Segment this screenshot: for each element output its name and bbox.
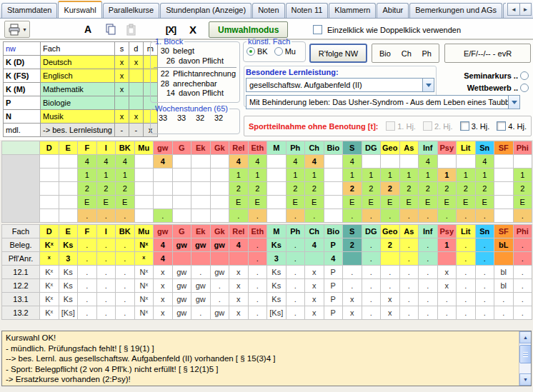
offer-cell-As[interactable]: E [399, 196, 419, 209]
choice-cell-G[interactable]: gw [172, 266, 191, 279]
choice-cell-Eth[interactable]: . [248, 266, 267, 279]
copy-button[interactable] [103, 21, 119, 38]
choice-cell-E[interactable]: 3 [59, 252, 78, 266]
choice-cell-S[interactable]: . [343, 266, 362, 279]
offer-cell-SF[interactable] [494, 209, 514, 223]
choice-cell-Phi[interactable]: . [513, 266, 532, 279]
choice-cell-As[interactable]: . [399, 306, 419, 320]
subject-name-cell[interactable]: -> bes. Lernleistung [41, 124, 115, 137]
nw-order-ch[interactable]: Ch [402, 49, 412, 58]
choice-cell-D[interactable]: Kˣ [40, 293, 59, 306]
choice-cell-Ch[interactable]: x [305, 266, 324, 279]
choice-cell-M[interactable]: Ks [267, 266, 287, 279]
subject-flag-s[interactable]: x [114, 69, 129, 83]
choice-cell-Bio[interactable]: P [324, 293, 343, 306]
choice-cell-Bio[interactable]: 4 [324, 252, 343, 266]
choice-cell-DG[interactable]: . [362, 293, 381, 306]
choice-cell-gw[interactable]: x [154, 293, 173, 306]
offer-cell-Lit[interactable] [457, 155, 476, 169]
subject-flag-d[interactable] [129, 83, 143, 96]
offer-cell-G[interactable] [172, 169, 191, 182]
offer-cell-I[interactable]: . [96, 209, 116, 223]
tab-noten-11[interactable]: Noten 11 [286, 3, 329, 18]
einzelklick-checkbox[interactable] [313, 25, 322, 34]
offer-cell-D[interactable] [40, 155, 59, 169]
choice-cell-BK[interactable]: . [116, 238, 135, 252]
offer-cell-Geo[interactable]: E [381, 196, 400, 209]
offer-cell-D[interactable] [40, 182, 59, 196]
delete-button[interactable]: X [186, 21, 200, 38]
choice-cell-Ph[interactable]: . [286, 266, 305, 279]
choice-cell-Sn[interactable]: . [475, 238, 494, 252]
choice-cell-Gk[interactable]: gw [210, 306, 229, 320]
offer-cell-Ch[interactable]: E [305, 196, 324, 209]
tab-klammern[interactable]: Klammern [329, 3, 376, 18]
choice-cell-Inf[interactable]: . [419, 266, 438, 279]
choice-cell-G[interactable]: gw [172, 279, 191, 293]
choice-cell-SF[interactable]: . [494, 306, 514, 320]
choice-cell-BK[interactable]: . [116, 266, 135, 279]
choice-cell-E[interactable]: Ks [59, 293, 78, 306]
choice-cell-Psy[interactable]: x [437, 279, 457, 293]
choice-cell-Gk[interactable]: gw [210, 238, 229, 252]
offer-cell-F[interactable]: . [78, 209, 97, 223]
choice-cell-As[interactable]: . [399, 266, 419, 279]
umwahlmodus-button[interactable]: Umwahlmodus [209, 21, 288, 38]
choice-cell-Ek[interactable]: gw [191, 279, 211, 293]
choice-cell-M[interactable]: 3 [267, 252, 287, 266]
offer-cell-Inf[interactable]: E [419, 196, 438, 209]
offer-cell-Phi[interactable]: 2 [513, 182, 532, 196]
offer-cell-As[interactable]: 2 [399, 182, 419, 196]
print-dropdown-icon[interactable]: ▾ [23, 26, 26, 33]
choice-cell-Mu[interactable]: Nˣ [134, 279, 154, 293]
offer-cell-Sn[interactable]: . [475, 209, 494, 223]
offer-cell-DG[interactable]: E [362, 196, 381, 209]
choice-cell-DG[interactable]: . [362, 306, 381, 320]
offer-cell-DG[interactable]: 2 [362, 182, 381, 196]
choice-cell-Bio[interactable]: P [324, 238, 343, 252]
tab-stammdaten[interactable]: Stammdaten [1, 3, 57, 18]
offer-cell-G[interactable] [172, 209, 191, 223]
choice-cell-Lit[interactable]: . [457, 279, 476, 293]
offer-cell-M[interactable] [267, 196, 287, 209]
choice-cell-Mu[interactable]: Nˣ [134, 238, 154, 252]
offer-cell-Inf[interactable]: . [419, 209, 438, 223]
choice-cell-Phi[interactable]: . [513, 238, 532, 252]
dropdown-arrow-icon[interactable] [422, 79, 434, 91]
offer-cell-Sn[interactable]: E [475, 196, 494, 209]
sport-hj4-checkbox[interactable] [497, 121, 506, 131]
offer-cell-S[interactable]: . [343, 209, 362, 223]
offer-cell-Mu[interactable] [134, 182, 154, 196]
choice-cell-Ph[interactable]: . [286, 293, 305, 306]
choice-cell-Rel[interactable]: x [229, 266, 249, 279]
choice-cell-Lit[interactable]: . [457, 266, 476, 279]
offer-cell-gw[interactable] [154, 182, 173, 196]
offer-cell-E[interactable] [59, 182, 78, 196]
offer-cell-Gk[interactable] [210, 209, 229, 223]
offer-cell-I[interactable]: 4 [96, 155, 116, 169]
offer-cell-G[interactable] [172, 182, 191, 196]
offer-cell-E[interactable] [59, 209, 78, 223]
offer-cell-DG[interactable]: . [362, 209, 381, 223]
choice-cell-M[interactable]: Ks [267, 238, 287, 252]
choice-cell-F[interactable]: . [78, 238, 97, 252]
offer-cell-M[interactable] [267, 209, 287, 223]
paste-button[interactable] [123, 21, 139, 38]
choice-cell-D[interactable]: ˣ [40, 252, 59, 266]
seminarkurs-radio[interactable] [520, 71, 529, 80]
offer-cell-Ek[interactable] [191, 182, 211, 196]
choice-cell-E[interactable]: Ks [59, 266, 78, 279]
offer-cell-I[interactable]: E [96, 196, 116, 209]
tab-kurswahl[interactable]: Kurswahl [58, 1, 101, 18]
tab-pr-sentatio[interactable]: Präsentatio [503, 3, 506, 18]
offer-cell-Psy[interactable]: E [437, 196, 457, 209]
offer-cell-D[interactable] [40, 169, 59, 182]
choice-cell-Psy[interactable]: x [437, 266, 457, 279]
choice-cell-DG[interactable]: . [362, 279, 381, 293]
choice-cell-gw[interactable]: x [154, 279, 173, 293]
offer-cell-Rel[interactable]: 4 [229, 155, 249, 169]
choice-cell-Ek[interactable] [191, 252, 211, 266]
offer-cell-Inf[interactable]: 2 [419, 182, 438, 196]
offer-cell-Geo[interactable]: 2 [381, 182, 400, 196]
choice-cell-Phi[interactable]: . [513, 252, 532, 266]
